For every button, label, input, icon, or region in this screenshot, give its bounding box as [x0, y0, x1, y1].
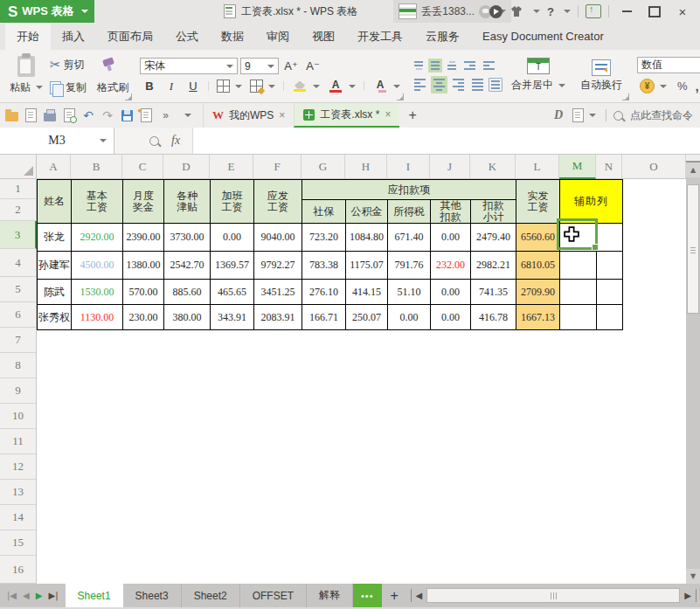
scroll-right-button[interactable]: ▶: [684, 592, 691, 600]
cell-K6[interactable]: 416.78: [471, 305, 516, 330]
cell-H5[interactable]: 414.15: [346, 280, 388, 305]
share-icon[interactable]: [586, 4, 601, 18]
row-header-1[interactable]: 1: [0, 179, 37, 199]
column-header-D[interactable]: D: [163, 155, 210, 179]
row-header-2[interactable]: 2: [0, 199, 37, 221]
select-all-corner[interactable]: [0, 155, 37, 179]
maximize-button[interactable]: [644, 3, 665, 20]
cell-A4[interactable]: 孙建军: [38, 252, 72, 280]
clipboard-group-expander[interactable]: [125, 93, 132, 100]
find-command-text[interactable]: 点此查找命令: [630, 108, 693, 123]
row-header-16[interactable]: 16: [0, 556, 37, 584]
menu-tab-公式[interactable]: 公式: [164, 23, 210, 50]
new-tab-button[interactable]: +: [399, 107, 425, 123]
cell-B3[interactable]: 2920.00: [72, 224, 123, 252]
open-button[interactable]: [4, 108, 18, 122]
selected-cell-M3[interactable]: [557, 218, 598, 250]
cell-E4[interactable]: 1369.57: [211, 252, 254, 280]
clear-format-button[interactable]: A: [370, 79, 403, 94]
docer-icon[interactable]: D: [554, 108, 563, 122]
column-header-C[interactable]: C: [122, 155, 163, 179]
align-right-button[interactable]: [450, 76, 467, 93]
cell-E6[interactable]: 343.91: [211, 305, 254, 330]
cell-H4[interactable]: 1175.07: [346, 252, 388, 280]
cell-A5[interactable]: 陈武: [38, 280, 72, 305]
cell-N6[interactable]: [597, 305, 623, 330]
cell-H3[interactable]: 1084.80: [346, 224, 388, 252]
doc-tab-salary-sheet[interactable]: 工资表.xlsx * ×: [294, 103, 399, 128]
cell-D5[interactable]: 885.60: [164, 280, 211, 305]
cell-J6[interactable]: 0.00: [431, 305, 471, 330]
fill-color-button[interactable]: [289, 80, 322, 93]
cell-F4[interactable]: 9792.27: [254, 252, 302, 280]
currency-button[interactable]: ¥: [637, 77, 669, 95]
doc-switch-button[interactable]: [570, 107, 599, 124]
alignment-group-expander[interactable]: [622, 93, 629, 100]
column-header-O[interactable]: O: [622, 155, 686, 179]
header-cell-基本工资[interactable]: 基本 工资: [72, 180, 123, 224]
header-cell-公积金[interactable]: 公积金: [346, 200, 388, 224]
sheet-tab-Sheet2[interactable]: Sheet2: [182, 584, 240, 607]
cell-B5[interactable]: 1530.00: [72, 280, 123, 305]
next-sheet-button[interactable]: ▶: [36, 592, 43, 600]
wps-logo[interactable]: S WPS 表格: [0, 0, 94, 23]
header-cell-加班工资[interactable]: 加班 工资: [211, 180, 254, 224]
cell-M5[interactable]: [560, 280, 597, 305]
cell-E5[interactable]: 465.65: [211, 280, 254, 305]
cell-D6[interactable]: 380.00: [164, 305, 211, 330]
last-sheet-button[interactable]: ▶|: [48, 592, 58, 600]
justify-button[interactable]: [469, 76, 486, 93]
font-group-expander[interactable]: [397, 93, 404, 100]
align-middle-button[interactable]: [428, 59, 442, 73]
add-sheet-button[interactable]: +: [382, 584, 407, 607]
row-header-4[interactable]: 4: [0, 249, 37, 277]
first-sheet-button[interactable]: |◀: [7, 592, 17, 600]
row-header-13[interactable]: 13: [0, 480, 37, 505]
export-pdf-button[interactable]: [24, 108, 38, 122]
row-header-9[interactable]: 9: [0, 378, 37, 404]
header-cell-月度奖金[interactable]: 月度 奖金: [123, 180, 164, 224]
header-cell-其他扣款[interactable]: 其他 扣款: [431, 200, 471, 224]
cell-L5[interactable]: 2709.90: [516, 280, 560, 305]
menu-tab-页面布局[interactable]: 页面布局: [96, 23, 164, 50]
font-color-button[interactable]: A: [325, 79, 358, 94]
cell-I5[interactable]: 51.10: [388, 280, 431, 305]
doc-tab-my-wps[interactable]: W 我的WPS ×: [203, 103, 294, 128]
name-box[interactable]: M3: [0, 128, 114, 154]
row-header-6[interactable]: 6: [0, 302, 37, 328]
cell-J4[interactable]: 232.00: [431, 252, 471, 280]
cell-N3[interactable]: [597, 224, 623, 252]
vertical-scroll-thumb[interactable]: [687, 184, 699, 314]
cell-F6[interactable]: 2083.91: [254, 305, 302, 330]
redo-button[interactable]: ↷: [100, 108, 114, 122]
sheet-tab-OFFSET[interactable]: OFFSET: [240, 584, 307, 607]
shrink-font-button[interactable]: A⁻: [303, 58, 322, 74]
cell-N5[interactable]: [597, 280, 623, 305]
split-handle[interactable]: [686, 155, 700, 163]
row-header-10[interactable]: 10: [0, 404, 37, 429]
menu-tab-数据[interactable]: 数据: [210, 23, 255, 50]
scroll-up-button[interactable]: ▲: [686, 163, 700, 177]
cell-C6[interactable]: 230.00: [123, 305, 164, 330]
sheet-tab-解释[interactable]: 解释: [307, 584, 353, 607]
cell-N4[interactable]: [597, 252, 623, 280]
cell-A6[interactable]: 张秀权: [38, 305, 72, 330]
column-header-E[interactable]: E: [210, 155, 253, 179]
cell-J3[interactable]: 0.00: [431, 224, 471, 252]
cell-C5[interactable]: 570.00: [123, 280, 164, 305]
draw-border-button[interactable]: [247, 78, 278, 94]
font-size-select[interactable]: 9: [240, 58, 279, 74]
cell-E3[interactable]: 0.00: [211, 224, 254, 252]
menu-tab-开始[interactable]: 开始: [5, 23, 51, 50]
menu-tab-云服务[interactable]: 云服务: [414, 23, 471, 50]
increase-indent-button[interactable]: [481, 59, 497, 73]
column-header-L[interactable]: L: [516, 155, 559, 179]
distributed-button[interactable]: [489, 78, 502, 92]
cell-H6[interactable]: 250.07: [346, 305, 388, 330]
row-header-3[interactable]: 3: [0, 221, 37, 249]
cell-G3[interactable]: 723.20: [302, 224, 346, 252]
new-document-button[interactable]: ✦: [139, 108, 153, 122]
column-header-H[interactable]: H: [345, 155, 387, 179]
print-button[interactable]: [43, 108, 57, 122]
cell-L6[interactable]: 1667.13: [516, 305, 560, 330]
